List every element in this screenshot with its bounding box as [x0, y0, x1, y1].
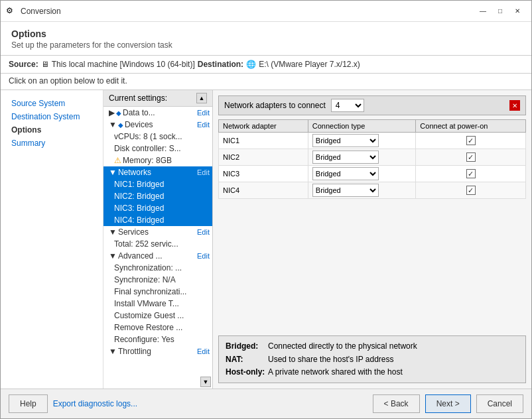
- cancel-button[interactable]: Cancel: [476, 394, 523, 413]
- export-logs-button[interactable]: Export diagnostic logs...: [53, 394, 137, 413]
- tree-item-data[interactable]: ▶ ◆ Data to... Edit: [103, 107, 212, 119]
- nic1-connection-select[interactable]: Bridged NAT Host-only: [312, 134, 379, 147]
- nic3-connection: Bridged NAT Host-only: [308, 166, 416, 182]
- tree-item-total-services[interactable]: Total: 252 servic...: [103, 238, 212, 250]
- edit-link-devices[interactable]: Edit: [197, 121, 210, 129]
- tree-item-sync1[interactable]: Synchronization: ...: [103, 262, 212, 274]
- nat-text: Used to share the host's IP address: [268, 353, 394, 366]
- nic4-power-checkbox[interactable]: [466, 186, 476, 195]
- hostonly-info-row: Host-only: A private network shared with…: [226, 366, 519, 379]
- dest-label: Destination:: [198, 60, 243, 69]
- source-value: This local machine [Windows 10 (64-bit)]: [52, 60, 195, 69]
- nic-row-2: NIC2 Bridged NAT Host-only: [219, 149, 526, 166]
- nic2-label: NIC2: [219, 149, 308, 166]
- sidebar-item-source[interactable]: Source System: [1, 97, 103, 110]
- tree-item-nic4[interactable]: NIC4: Bridged: [103, 214, 212, 226]
- scroll-up-button[interactable]: ▲: [196, 93, 207, 103]
- tree-item-reconfigure[interactable]: Reconfigure: Yes: [103, 333, 212, 345]
- tree-item-vcpus[interactable]: vCPUs: 8 (1 sock...: [103, 131, 212, 143]
- footer-left: Help Export diagnostic logs...: [9, 394, 137, 413]
- nic2-connection-select[interactable]: Bridged NAT Host-only: [312, 150, 379, 164]
- hostonly-label: Host-only:: [226, 366, 265, 379]
- tree-item-nic2[interactable]: NIC2: Bridged: [103, 190, 212, 202]
- settings-tree-panel: Current settings: ▲ ▶ ◆ Data to... Edit: [103, 90, 213, 389]
- dest-value: E:\ (VMware Player 7.x/12.x): [259, 60, 360, 69]
- edit-link-services[interactable]: Edit: [197, 228, 210, 236]
- tree-item-remove-restore[interactable]: Remove Restore ...: [103, 322, 212, 333]
- header-title: Options: [11, 29, 521, 39]
- main-panel: Current settings: ▲ ▶ ◆ Data to... Edit: [103, 90, 531, 389]
- nic2-connection: Bridged NAT Host-only: [308, 149, 416, 166]
- col-header-adapter: Network adapter: [219, 120, 308, 133]
- sidebar-item-options: Options: [1, 123, 103, 137]
- nic1-connection: Bridged NAT Host-only: [308, 133, 416, 149]
- adapter-count-select[interactable]: 4 1 2 3: [331, 99, 364, 112]
- content-area: Source System Destination System Options…: [1, 90, 531, 389]
- nic4-label: NIC4: [219, 182, 308, 199]
- settings-header: Current settings: ▲: [103, 90, 212, 107]
- expand-icon-throttling: ▼: [109, 347, 117, 356]
- edit-link-throttling[interactable]: Edit: [197, 347, 210, 355]
- nic4-connection-select[interactable]: Bridged NAT Host-only: [312, 184, 379, 197]
- nic2-power-checkbox[interactable]: [466, 152, 476, 162]
- nic-row-3: NIC3 Bridged NAT Host-only: [219, 166, 526, 182]
- footer: Help Export diagnostic logs... < Back Ne…: [1, 389, 531, 418]
- tree-item-throttling[interactable]: ▼ Throttling Edit: [103, 345, 212, 357]
- sidebar-item-destination[interactable]: Destination System: [1, 110, 103, 123]
- help-button[interactable]: Help: [9, 394, 48, 413]
- nic3-label: NIC3: [219, 166, 308, 182]
- sidebar: Source System Destination System Options…: [1, 90, 103, 389]
- title-bar: ⚙ Conversion — □ ✕: [1, 1, 531, 22]
- diamond-icon-data: ◆: [116, 109, 121, 117]
- back-button[interactable]: < Back: [373, 394, 420, 413]
- header-subtitle: Set up the parameters for the conversion…: [11, 40, 521, 50]
- nic3-connection-select[interactable]: Bridged NAT Host-only: [312, 167, 379, 180]
- adapter-table: Network adapter Connection type Connect …: [218, 119, 526, 199]
- edit-link-networks[interactable]: Edit: [197, 168, 210, 176]
- nic3-power-checkbox[interactable]: [466, 169, 476, 178]
- tree-item-vmware-tools[interactable]: Install VMware T...: [103, 298, 212, 310]
- nic1-power-cell: [416, 133, 526, 149]
- tree-item-final-sync[interactable]: Final synchronizati...: [103, 286, 212, 298]
- next-button[interactable]: Next >: [425, 394, 471, 413]
- window-icon: ⚙: [6, 6, 17, 17]
- adapter-close-button[interactable]: ✕: [509, 100, 520, 111]
- hostonly-text: A private network shared with the host: [268, 366, 403, 379]
- minimize-button[interactable]: —: [474, 3, 492, 20]
- sidebar-item-summary[interactable]: Summary: [1, 137, 103, 150]
- tree-item-services[interactable]: ▼ Services Edit: [103, 226, 212, 238]
- nic1-power-checkbox[interactable]: [466, 136, 476, 145]
- tree-scroll-area[interactable]: ▶ ◆ Data to... Edit ▼ ◆ Devices Edit: [103, 107, 212, 375]
- col-header-power: Connect at power-on: [416, 120, 526, 133]
- main-window: ⚙ Conversion — □ ✕ Options Set up the pa…: [0, 0, 532, 419]
- tree-item-memory[interactable]: ⚠ Memory: 8GB: [103, 154, 212, 166]
- tree-item-nic1[interactable]: NIC1: Bridged: [103, 178, 212, 190]
- edit-link-data[interactable]: Edit: [197, 109, 210, 117]
- tree-item-sync2[interactable]: Synchronize: N/A: [103, 274, 212, 286]
- tree-item-disk[interactable]: Disk controller: S...: [103, 143, 212, 154]
- source-icon: 🖥: [41, 60, 49, 69]
- expand-icon-networks: ▼: [109, 168, 117, 177]
- col-header-connection: Connection type: [308, 120, 416, 133]
- footer-right: < Back Next > Cancel: [373, 394, 523, 413]
- expand-icon-advanced: ▼: [109, 251, 117, 261]
- nat-label: NAT:: [226, 353, 265, 366]
- warn-icon-memory: ⚠: [114, 156, 121, 165]
- window-title: Conversion: [21, 7, 474, 16]
- nat-info-row: NAT: Used to share the host's IP address: [226, 353, 519, 366]
- tree-item-advanced[interactable]: ▼ Advanced ... Edit: [103, 250, 212, 262]
- header-section: Options Set up the parameters for the co…: [1, 22, 531, 56]
- scroll-down-button[interactable]: ▼: [200, 377, 211, 387]
- tree-item-devices[interactable]: ▼ ◆ Devices Edit: [103, 119, 212, 131]
- close-button[interactable]: ✕: [509, 3, 526, 20]
- tree-item-customize-guest[interactable]: Customize Guest ...: [103, 310, 212, 322]
- bridged-label: Bridged:: [226, 340, 265, 353]
- bridged-text: Connected directly to the physical netwo…: [268, 340, 417, 353]
- tree-item-nic3[interactable]: NIC3: Bridged: [103, 202, 212, 214]
- edit-link-advanced[interactable]: Edit: [197, 252, 210, 260]
- source-label: Source:: [9, 60, 38, 69]
- maximize-button[interactable]: □: [492, 3, 509, 20]
- network-adapters-panel: Network adapters to connect 4 1 2 3 ✕ N: [213, 90, 531, 389]
- nic1-label: NIC1: [219, 133, 308, 149]
- tree-item-networks[interactable]: ▼ Networks Edit: [103, 166, 212, 178]
